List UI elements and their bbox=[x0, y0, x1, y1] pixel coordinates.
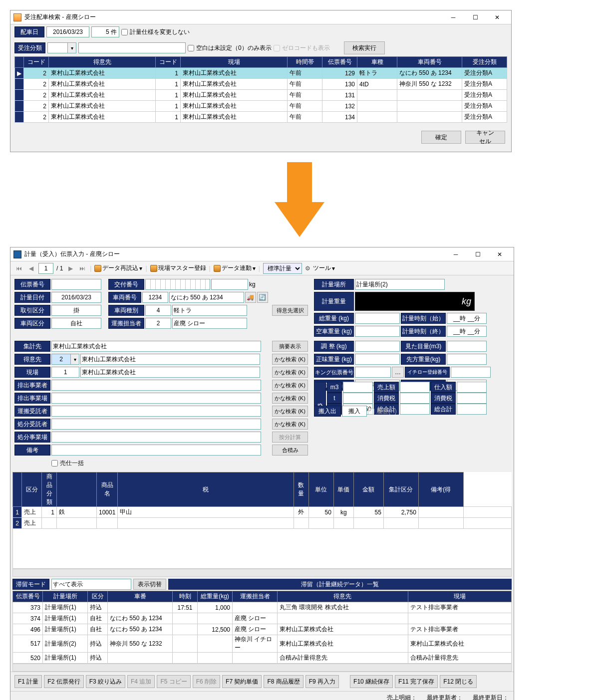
column-header[interactable]: 時刻 bbox=[173, 591, 198, 602]
client-code-input[interactable] bbox=[51, 354, 70, 365]
column-header[interactable]: 得意先 bbox=[49, 57, 156, 68]
adjust-input[interactable] bbox=[355, 341, 400, 352]
table-row[interactable]: 496計量場所(1)自社なにわ 550 あ 123412,500産廃 シロー東村… bbox=[13, 624, 512, 635]
column-header[interactable]: 車番 bbox=[108, 591, 173, 602]
trans-person-name-input[interactable] bbox=[172, 318, 247, 329]
maximize-button[interactable]: ☐ bbox=[467, 248, 489, 261]
close-button[interactable]: ✕ bbox=[486, 11, 508, 24]
column-header[interactable]: 運搬担当者 bbox=[233, 591, 278, 602]
client-code-combo[interactable]: ▾ bbox=[51, 354, 79, 365]
column-header[interactable]: 伝票番号 bbox=[322, 57, 357, 68]
location-input[interactable] bbox=[355, 279, 445, 290]
site-master-button[interactable]: 現場マスター登録 bbox=[150, 264, 206, 272]
car-no-code-input[interactable] bbox=[142, 292, 168, 303]
table-row[interactable]: ▶2東村山工業株式会社1東村山工業株式会社午前129軽トラなにわ 550 あ 1… bbox=[15, 68, 507, 79]
column-header[interactable]: 総重量(kg) bbox=[198, 591, 233, 602]
table-row[interactable]: 2東村山工業株式会社1東村山工業株式会社午前131受注分類A bbox=[15, 90, 507, 101]
lookup-icon[interactable]: … bbox=[392, 367, 404, 378]
column-header[interactable] bbox=[57, 472, 97, 507]
column-header[interactable]: 現場 bbox=[408, 591, 511, 602]
sum-load-button[interactable]: 合積み bbox=[272, 445, 308, 456]
car-no-name-input[interactable] bbox=[169, 292, 244, 303]
column-header[interactable] bbox=[13, 472, 22, 507]
total-m3-input[interactable] bbox=[343, 382, 373, 393]
display-toggle-button[interactable]: 表示切替 bbox=[133, 579, 166, 590]
column-header[interactable]: 単価 bbox=[333, 472, 353, 507]
column-header[interactable]: 数量 bbox=[294, 472, 308, 507]
minimize-button[interactable]: ─ bbox=[445, 248, 467, 261]
column-header[interactable]: 商品分類 bbox=[42, 472, 57, 507]
kana-search-button[interactable]: かな検索 (K) bbox=[272, 367, 308, 378]
cancel-button[interactable]: キャンセル bbox=[465, 131, 505, 144]
total-t-input[interactable] bbox=[343, 393, 373, 404]
client-name-input[interactable] bbox=[80, 354, 260, 365]
confirm-button[interactable]: 確定 bbox=[421, 131, 461, 144]
disp-trust-input[interactable] bbox=[51, 419, 261, 430]
column-header[interactable]: 現場 bbox=[181, 57, 288, 68]
empty-weight-input[interactable] bbox=[355, 326, 400, 337]
fkey-f1[interactable]: F1 計量 bbox=[14, 675, 42, 688]
fkey-f3[interactable]: F3 絞り込み bbox=[86, 675, 125, 688]
minimize-button[interactable]: ─ bbox=[442, 11, 464, 24]
summary-button[interactable]: 摘要表示 bbox=[272, 341, 308, 352]
column-header[interactable]: 金額 bbox=[353, 472, 383, 507]
slip-no-input[interactable] bbox=[51, 279, 101, 290]
fkey-f11[interactable]: F11 完了保存 bbox=[395, 675, 438, 688]
column-header[interactable]: 単位 bbox=[308, 472, 333, 507]
horizontal-scrollbar[interactable] bbox=[12, 664, 512, 672]
truck-icon[interactable]: 🚚 bbox=[245, 292, 256, 303]
prior-input[interactable] bbox=[447, 354, 487, 365]
disp-site-input[interactable] bbox=[51, 432, 261, 443]
table-row[interactable]: 2東村山工業株式会社1東村山工業株式会社午前1304tD神奈川 550 な 12… bbox=[15, 79, 507, 90]
fkey-f8[interactable]: F8 商品履歴 bbox=[264, 675, 303, 688]
nav-last-icon[interactable]: ⏭ bbox=[78, 264, 87, 273]
emit-site-input[interactable] bbox=[51, 393, 261, 404]
refresh-icon[interactable]: 🔄 bbox=[257, 292, 268, 303]
issue-no-input[interactable] bbox=[145, 279, 210, 290]
dispatch-results-grid[interactable]: コード得意先コード現場時間帯伝票番号車種車両番号受注分類 ▶2東村山工業株式会社… bbox=[14, 56, 507, 123]
table-row[interactable]: 2売上 bbox=[13, 518, 512, 529]
apparent-input[interactable] bbox=[447, 341, 487, 352]
gross-weight-input[interactable] bbox=[355, 313, 400, 324]
fkey-f12[interactable]: F12 閉じる bbox=[440, 675, 477, 688]
king-input[interactable] bbox=[355, 367, 391, 378]
issue-weight-input[interactable] bbox=[211, 279, 248, 290]
line-items-grid[interactable]: 区分商品分類商品名税数量単位単価金額集計区分備考(得 1売上1鉄10001甲山外… bbox=[12, 472, 512, 529]
measure-date-input[interactable] bbox=[51, 292, 101, 303]
trans-person-code-input[interactable] bbox=[145, 318, 171, 329]
column-header[interactable]: 受注分類 bbox=[462, 57, 507, 68]
kana-search-button[interactable]: かな検索 (K) bbox=[272, 406, 308, 417]
sell-batch-checkbox[interactable]: 売仕一括 bbox=[51, 459, 84, 467]
blank-unset-checkbox[interactable]: 空白は未設定（0）のみ表示 bbox=[188, 44, 272, 52]
chevron-down-icon[interactable]: ▾ bbox=[70, 354, 79, 365]
nav-prev-icon[interactable]: ◀ bbox=[26, 264, 35, 273]
column-header[interactable]: 車種 bbox=[357, 57, 397, 68]
kana-search-button[interactable]: かな検索 (K) bbox=[272, 419, 308, 430]
kana-search-button[interactable]: かな検索 (K) bbox=[272, 354, 308, 365]
table-row[interactable]: 2東村山工業株式会社1東村山工業株式会社午前132受注分類A bbox=[15, 101, 507, 112]
kana-search-button[interactable]: かな検索 (K) bbox=[272, 380, 308, 391]
column-header[interactable]: 税 bbox=[118, 472, 294, 507]
pending-grid[interactable]: 伝票番号計量場所区分車番時刻総重量(kg)運搬担当者得意先現場 373計量場所(… bbox=[12, 591, 512, 664]
purchase-amount-input[interactable] bbox=[457, 382, 487, 393]
column-header[interactable]: 車両番号 bbox=[397, 57, 462, 68]
table-row[interactable]: 517計量場所(2)持込神奈川 550 な 1232神奈川 イチロー東村山工業株… bbox=[13, 635, 512, 653]
fkey-f7[interactable]: F7 契約単価 bbox=[222, 675, 262, 688]
reload-data-button[interactable]: データ再読込 ▾ bbox=[94, 264, 142, 272]
nav-first-icon[interactable]: ⏮ bbox=[14, 264, 23, 273]
ichiro-input[interactable] bbox=[451, 367, 491, 378]
chevron-down-icon[interactable]: ▾ bbox=[67, 42, 76, 53]
column-header[interactable]: 計量場所 bbox=[43, 591, 88, 602]
data-link-button[interactable]: データ連動 ▾ bbox=[214, 264, 256, 272]
pending-mode-input[interactable] bbox=[51, 579, 131, 590]
table-row[interactable]: 520計量場所(1)持込合積み計量得意先合積み計量得意先 bbox=[13, 653, 512, 664]
close-button[interactable]: ✕ bbox=[489, 248, 511, 261]
agg-input[interactable] bbox=[51, 341, 261, 352]
site-name-input[interactable] bbox=[80, 367, 260, 378]
deal-type-input[interactable] bbox=[51, 305, 101, 316]
table-row[interactable]: 1売上1鉄10001甲山外50kg552,750 bbox=[13, 507, 512, 518]
fkey-f2[interactable]: F2 伝票発行 bbox=[44, 675, 83, 688]
dispatch-date-input[interactable] bbox=[46, 26, 89, 37]
emitter-input[interactable] bbox=[51, 380, 261, 391]
car-kind-name-input[interactable] bbox=[172, 305, 247, 316]
